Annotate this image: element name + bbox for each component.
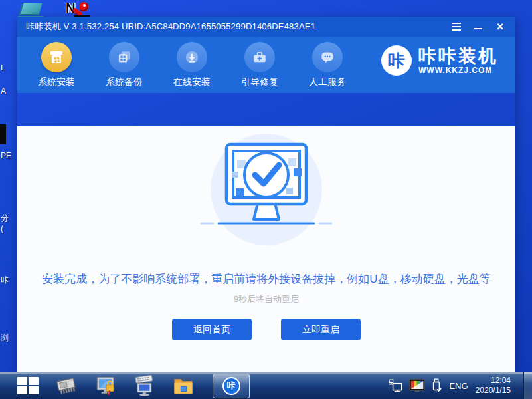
nav-label: 引导修复 <box>239 76 280 88</box>
brand-mark-icon: 咔 <box>381 45 412 76</box>
brand-site: WWW.KKZJ.COM <box>418 66 498 75</box>
system-tray: ENG 12:04 2020/1/15 <box>389 372 532 399</box>
install-complete-message: 安装完成，为了不影响系统部署，重启前请将外接设备拔掉，例如U盘，移动硬盘，光盘等 <box>17 271 515 287</box>
toolbox-icon <box>244 42 275 72</box>
taskbar: d <box>0 372 532 399</box>
folder-icon[interactable] <box>173 376 194 396</box>
keyboard-monitor-icon[interactable] <box>134 375 155 396</box>
restart-countdown: 9秒后将自动重启 <box>17 293 515 305</box>
taskbar-left: d <box>17 374 250 398</box>
nav-item-boot-repair[interactable]: 引导修复 <box>239 42 280 93</box>
close-icon[interactable]: × <box>495 21 505 32</box>
desktop-background: N L A PE 分 ( 咔 浏 咔咔装机 V 3.1.532.254 URID… <box>0 0 532 399</box>
window-title: 咔咔装机 V 3.1.532.254 URID:A5C84DD9A1655055… <box>17 21 315 33</box>
edge-label: L <box>1 63 5 72</box>
nav-bar: 系统安装 系统备份 <box>17 37 515 93</box>
edge-label: A <box>1 86 6 96</box>
show-desktop-button[interactable] <box>523 372 532 399</box>
kaka-app-taskbar-button[interactable]: 咔 <box>213 374 250 398</box>
nav-item-online-install[interactable]: 在线安装 <box>171 42 213 93</box>
kaka-app-icon: 咔 <box>222 377 240 395</box>
install-box-icon <box>41 42 72 72</box>
clock[interactable]: 12:04 2020/1/15 <box>476 376 511 396</box>
edge-label: 浏 <box>1 332 9 344</box>
key-hole <box>83 4 86 7</box>
display-icon[interactable] <box>19 3 42 15</box>
brand-logo: 咔 咔咔装机 WWW.KKZJ.COM <box>381 45 498 76</box>
monitor-lock-icon[interactable]: d <box>96 376 117 396</box>
install-complete-illustration <box>180 126 353 253</box>
backup-panes-icon <box>109 42 139 72</box>
main-content: 安装完成，为了不影响系统部署，重启前请将外接设备拔掉，例如U盘，移动硬盘，光盘等… <box>17 126 515 399</box>
window-controls: × <box>451 21 515 32</box>
nav-label: 人工服务 <box>307 76 348 88</box>
restart-now-button[interactable]: 立即重启 <box>281 319 361 340</box>
title-bar: 咔咔装机 V 3.1.532.254 URID:A5C84DD9A1655055… <box>17 17 515 37</box>
brand-name: 咔咔装机 <box>418 47 498 66</box>
nav-label: 在线安装 <box>171 76 213 88</box>
kaka-installer-window: 咔咔装机 V 3.1.532.254 URID:A5C84DD9A1655055… <box>17 17 515 370</box>
button-row: 返回首页 立即重启 <box>17 319 515 340</box>
edge-label: PE <box>1 151 11 160</box>
display-color-icon[interactable] <box>409 379 425 392</box>
edge-label: 咔 <box>1 275 9 286</box>
nav-item-support[interactable]: 人工服务 <box>307 42 348 93</box>
start-button-icon[interactable] <box>17 377 39 395</box>
edge-icon-fragment <box>0 124 6 144</box>
download-icon <box>177 42 207 72</box>
network-icon[interactable] <box>389 379 403 392</box>
home-button[interactable]: 返回首页 <box>172 319 252 340</box>
password-key-icon[interactable]: N <box>66 1 92 17</box>
clock-date: 2020/1/15 <box>476 386 511 396</box>
minimize-icon[interactable] <box>473 21 484 32</box>
memory-chip-icon[interactable] <box>56 376 78 396</box>
svg-text:d: d <box>107 390 110 396</box>
nav-item-system-install[interactable]: 系统安装 <box>36 42 77 93</box>
nav-label: 系统安装 <box>36 76 77 88</box>
nav-label: 系统备份 <box>104 76 145 88</box>
clock-time: 12:04 <box>476 376 511 386</box>
edge-label: 分 <box>1 213 9 224</box>
edge-label: ( <box>1 224 3 233</box>
language-indicator[interactable]: ENG <box>449 381 468 391</box>
menu-icon[interactable] <box>451 21 462 32</box>
usb-icon[interactable] <box>431 378 442 393</box>
nav-item-system-backup[interactable]: 系统备份 <box>104 42 145 93</box>
chat-icon <box>312 42 343 72</box>
